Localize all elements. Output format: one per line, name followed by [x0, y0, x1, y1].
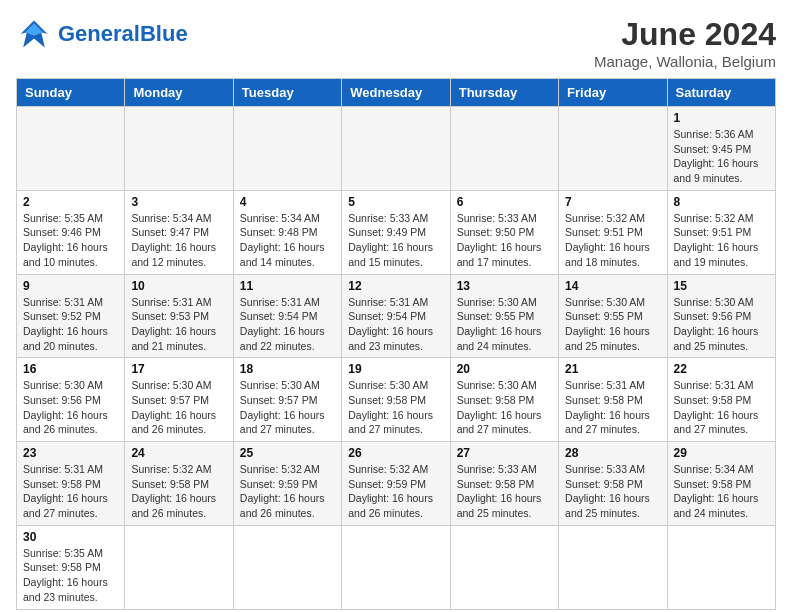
day-info: Sunrise: 5:36 AMSunset: 9:45 PMDaylight:… — [674, 127, 769, 186]
subtitle: Manage, Wallonia, Belgium — [594, 53, 776, 70]
calendar-cell: 21Sunrise: 5:31 AMSunset: 9:58 PMDayligh… — [559, 358, 667, 442]
day-number: 13 — [457, 279, 552, 293]
day-number: 8 — [674, 195, 769, 209]
day-info: Sunrise: 5:32 AMSunset: 9:51 PMDaylight:… — [674, 211, 769, 270]
day-number: 14 — [565, 279, 660, 293]
day-number: 29 — [674, 446, 769, 460]
calendar-cell: 1Sunrise: 5:36 AMSunset: 9:45 PMDaylight… — [667, 107, 775, 191]
logo-blue: Blue — [140, 21, 188, 46]
calendar-table: SundayMondayTuesdayWednesdayThursdayFrid… — [16, 78, 776, 610]
calendar-week-4: 16Sunrise: 5:30 AMSunset: 9:56 PMDayligh… — [17, 358, 776, 442]
calendar-cell: 25Sunrise: 5:32 AMSunset: 9:59 PMDayligh… — [233, 442, 341, 526]
calendar-cell: 4Sunrise: 5:34 AMSunset: 9:48 PMDaylight… — [233, 190, 341, 274]
calendar-cell: 11Sunrise: 5:31 AMSunset: 9:54 PMDayligh… — [233, 274, 341, 358]
day-info: Sunrise: 5:31 AMSunset: 9:54 PMDaylight:… — [240, 295, 335, 354]
calendar-cell — [450, 525, 558, 609]
day-number: 6 — [457, 195, 552, 209]
day-info: Sunrise: 5:30 AMSunset: 9:55 PMDaylight:… — [457, 295, 552, 354]
calendar-cell: 30Sunrise: 5:35 AMSunset: 9:58 PMDayligh… — [17, 525, 125, 609]
calendar-cell — [450, 107, 558, 191]
day-number: 21 — [565, 362, 660, 376]
main-title: June 2024 — [594, 16, 776, 53]
day-number: 24 — [131, 446, 226, 460]
day-number: 12 — [348, 279, 443, 293]
day-number: 19 — [348, 362, 443, 376]
calendar-cell — [342, 107, 450, 191]
day-info: Sunrise: 5:30 AMSunset: 9:58 PMDaylight:… — [348, 378, 443, 437]
day-number: 18 — [240, 362, 335, 376]
day-info: Sunrise: 5:32 AMSunset: 9:59 PMDaylight:… — [348, 462, 443, 521]
day-info: Sunrise: 5:34 AMSunset: 9:47 PMDaylight:… — [131, 211, 226, 270]
calendar-cell: 12Sunrise: 5:31 AMSunset: 9:54 PMDayligh… — [342, 274, 450, 358]
day-number: 3 — [131, 195, 226, 209]
calendar-cell: 9Sunrise: 5:31 AMSunset: 9:52 PMDaylight… — [17, 274, 125, 358]
logo: GeneralBlue — [16, 16, 188, 52]
calendar-cell — [342, 525, 450, 609]
day-number: 26 — [348, 446, 443, 460]
weekday-header-wednesday: Wednesday — [342, 79, 450, 107]
day-info: Sunrise: 5:30 AMSunset: 9:55 PMDaylight:… — [565, 295, 660, 354]
calendar-cell: 29Sunrise: 5:34 AMSunset: 9:58 PMDayligh… — [667, 442, 775, 526]
day-info: Sunrise: 5:33 AMSunset: 9:58 PMDaylight:… — [565, 462, 660, 521]
calendar-cell — [559, 107, 667, 191]
calendar-cell: 3Sunrise: 5:34 AMSunset: 9:47 PMDaylight… — [125, 190, 233, 274]
day-info: Sunrise: 5:35 AMSunset: 9:46 PMDaylight:… — [23, 211, 118, 270]
calendar-cell: 28Sunrise: 5:33 AMSunset: 9:58 PMDayligh… — [559, 442, 667, 526]
weekday-header-thursday: Thursday — [450, 79, 558, 107]
day-info: Sunrise: 5:32 AMSunset: 9:51 PMDaylight:… — [565, 211, 660, 270]
calendar-cell: 13Sunrise: 5:30 AMSunset: 9:55 PMDayligh… — [450, 274, 558, 358]
calendar-week-1: 1Sunrise: 5:36 AMSunset: 9:45 PMDaylight… — [17, 107, 776, 191]
day-info: Sunrise: 5:30 AMSunset: 9:57 PMDaylight:… — [131, 378, 226, 437]
calendar-cell: 17Sunrise: 5:30 AMSunset: 9:57 PMDayligh… — [125, 358, 233, 442]
weekday-header-saturday: Saturday — [667, 79, 775, 107]
calendar-cell: 15Sunrise: 5:30 AMSunset: 9:56 PMDayligh… — [667, 274, 775, 358]
calendar-cell: 7Sunrise: 5:32 AMSunset: 9:51 PMDaylight… — [559, 190, 667, 274]
day-info: Sunrise: 5:30 AMSunset: 9:56 PMDaylight:… — [674, 295, 769, 354]
calendar-cell — [667, 525, 775, 609]
day-info: Sunrise: 5:33 AMSunset: 9:58 PMDaylight:… — [457, 462, 552, 521]
day-number: 16 — [23, 362, 118, 376]
day-number: 2 — [23, 195, 118, 209]
day-number: 17 — [131, 362, 226, 376]
calendar-cell: 6Sunrise: 5:33 AMSunset: 9:50 PMDaylight… — [450, 190, 558, 274]
logo-text: GeneralBlue — [58, 23, 188, 45]
day-info: Sunrise: 5:31 AMSunset: 9:58 PMDaylight:… — [674, 378, 769, 437]
day-info: Sunrise: 5:31 AMSunset: 9:58 PMDaylight:… — [23, 462, 118, 521]
day-number: 30 — [23, 530, 118, 544]
day-number: 22 — [674, 362, 769, 376]
day-info: Sunrise: 5:30 AMSunset: 9:56 PMDaylight:… — [23, 378, 118, 437]
day-info: Sunrise: 5:34 AMSunset: 9:58 PMDaylight:… — [674, 462, 769, 521]
day-info: Sunrise: 5:31 AMSunset: 9:52 PMDaylight:… — [23, 295, 118, 354]
day-info: Sunrise: 5:32 AMSunset: 9:58 PMDaylight:… — [131, 462, 226, 521]
weekday-header-friday: Friday — [559, 79, 667, 107]
day-info: Sunrise: 5:30 AMSunset: 9:58 PMDaylight:… — [457, 378, 552, 437]
day-info: Sunrise: 5:32 AMSunset: 9:59 PMDaylight:… — [240, 462, 335, 521]
day-info: Sunrise: 5:30 AMSunset: 9:57 PMDaylight:… — [240, 378, 335, 437]
calendar-cell — [559, 525, 667, 609]
calendar-cell: 10Sunrise: 5:31 AMSunset: 9:53 PMDayligh… — [125, 274, 233, 358]
calendar-cell: 26Sunrise: 5:32 AMSunset: 9:59 PMDayligh… — [342, 442, 450, 526]
calendar-week-6: 30Sunrise: 5:35 AMSunset: 9:58 PMDayligh… — [17, 525, 776, 609]
logo-icon — [16, 16, 52, 52]
day-number: 4 — [240, 195, 335, 209]
day-number: 15 — [674, 279, 769, 293]
weekday-header-monday: Monday — [125, 79, 233, 107]
header: GeneralBlue June 2024 Manage, Wallonia, … — [16, 16, 776, 70]
day-number: 27 — [457, 446, 552, 460]
day-number: 11 — [240, 279, 335, 293]
calendar-week-5: 23Sunrise: 5:31 AMSunset: 9:58 PMDayligh… — [17, 442, 776, 526]
day-number: 20 — [457, 362, 552, 376]
calendar-cell: 8Sunrise: 5:32 AMSunset: 9:51 PMDaylight… — [667, 190, 775, 274]
calendar-week-2: 2Sunrise: 5:35 AMSunset: 9:46 PMDaylight… — [17, 190, 776, 274]
calendar-cell: 5Sunrise: 5:33 AMSunset: 9:49 PMDaylight… — [342, 190, 450, 274]
logo-general: General — [58, 21, 140, 46]
day-number: 1 — [674, 111, 769, 125]
calendar-cell — [233, 107, 341, 191]
calendar-cell: 18Sunrise: 5:30 AMSunset: 9:57 PMDayligh… — [233, 358, 341, 442]
day-number: 7 — [565, 195, 660, 209]
day-number: 10 — [131, 279, 226, 293]
calendar-cell: 20Sunrise: 5:30 AMSunset: 9:58 PMDayligh… — [450, 358, 558, 442]
calendar-cell: 14Sunrise: 5:30 AMSunset: 9:55 PMDayligh… — [559, 274, 667, 358]
day-number: 25 — [240, 446, 335, 460]
calendar-cell: 24Sunrise: 5:32 AMSunset: 9:58 PMDayligh… — [125, 442, 233, 526]
